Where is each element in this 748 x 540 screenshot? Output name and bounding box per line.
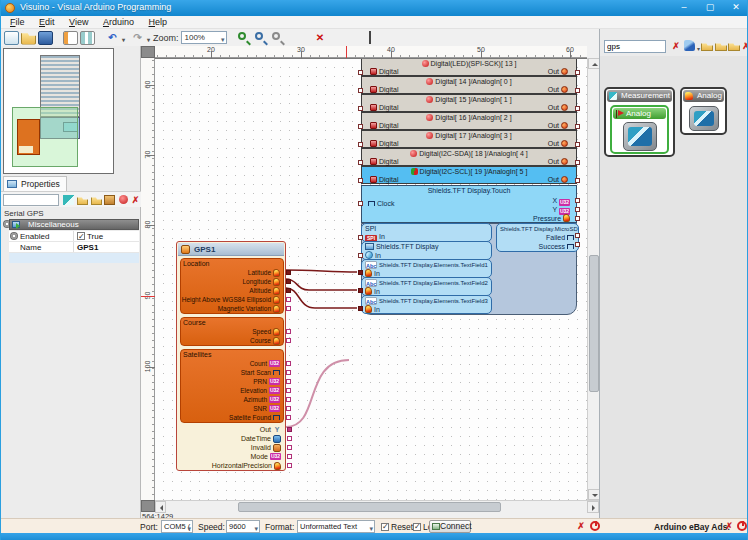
pressure-output-pin[interactable] xyxy=(575,216,580,221)
block-textfield3[interactable]: Abc Shields.TFT Display.Elements.TextFie… xyxy=(361,295,492,314)
output-pin[interactable] xyxy=(575,178,580,183)
input-pin[interactable] xyxy=(358,142,363,147)
collapse-folder-icon[interactable] xyxy=(91,195,102,205)
redo-button[interactable] xyxy=(130,31,145,45)
horizontal-scrollbar[interactable] xyxy=(155,500,599,512)
mode-output-pin[interactable] xyxy=(287,454,292,459)
save-button[interactable] xyxy=(38,31,53,45)
gps-block-header[interactable]: GPS1 xyxy=(178,243,284,256)
component-search-input[interactable] xyxy=(604,40,666,53)
prn-output-pin[interactable] xyxy=(286,379,291,384)
channel-digital-14[interactable]: Digital[ 14 ]/AnalogIn[ 0 ] Digital Out xyxy=(361,76,577,94)
block-textfield2[interactable]: Abc Shields.TFT Display.Elements.TextFie… xyxy=(361,277,492,296)
wire-latitude-textfield1[interactable] xyxy=(286,270,357,272)
speed-select[interactable]: 9600 xyxy=(226,520,260,533)
design-canvas[interactable]: Digital(LED)(SPI-SCK)[ 13 ] Digital Out … xyxy=(155,58,587,500)
output-pin[interactable] xyxy=(575,160,580,165)
property-group-header[interactable]: Miscellaneous xyxy=(9,219,139,230)
output-pin[interactable] xyxy=(575,142,580,147)
close-button[interactable] xyxy=(723,0,748,15)
expand-folder-icon[interactable] xyxy=(77,195,88,205)
minimap[interactable] xyxy=(3,48,114,174)
height-output-pin[interactable] xyxy=(286,297,291,302)
block-tft-touch[interactable]: Shields.TFT Display.Touch Clock X U32 Y … xyxy=(361,185,577,223)
satellite-found-pin[interactable] xyxy=(286,415,291,420)
clock-input-pin[interactable] xyxy=(358,201,363,206)
component-analog-selected[interactable]: Analog xyxy=(610,105,669,154)
speed-output-pin[interactable] xyxy=(286,329,291,334)
horizontal-scroll-thumb[interactable] xyxy=(238,502,501,512)
input-pin[interactable] xyxy=(358,178,363,183)
output-pin[interactable] xyxy=(575,70,580,75)
property-value[interactable]: True xyxy=(73,231,139,241)
reset-checkbox[interactable]: Reset xyxy=(381,522,413,532)
input-pin[interactable] xyxy=(358,88,363,93)
tab-properties[interactable]: Properties xyxy=(3,176,67,191)
zoom-out-button[interactable] xyxy=(254,31,269,45)
menu-edit[interactable]: Edit xyxy=(33,16,61,29)
menu-help[interactable]: Help xyxy=(143,16,174,29)
menu-view[interactable]: View xyxy=(63,16,94,29)
property-value[interactable]: GPS1 xyxy=(73,242,139,252)
block-tft-display-panel[interactable]: SPI SPI In Shields.TFT Display In Abc Sh… xyxy=(361,223,577,315)
scroll-right-button[interactable] xyxy=(587,501,599,513)
port-select[interactable]: COM5 ( xyxy=(161,520,193,533)
help-button[interactable] xyxy=(346,31,361,45)
refresh-button[interactable] xyxy=(296,31,311,45)
channel-digital-13[interactable]: Digital(LED)(SPI-SCK)[ 13 ] Digital Out xyxy=(361,58,577,76)
y-output-pin[interactable] xyxy=(575,207,580,212)
filter-wizard-icon[interactable] xyxy=(684,40,695,51)
channel-digital-19-selected[interactable]: Digital(I2C-SCL)[ 19 ]/AnalogIn[ 5 ] Dig… xyxy=(361,166,577,184)
spi-in-pin[interactable] xyxy=(358,235,363,240)
block-microsd[interactable]: Shields.TFT Display.MicroSD Failed Succe… xyxy=(496,223,579,252)
textfield2-in-pin[interactable] xyxy=(358,288,363,293)
elevation-output-pin[interactable] xyxy=(286,388,291,393)
menu-arduino[interactable]: Arduino xyxy=(97,16,140,29)
output-pin[interactable] xyxy=(575,106,580,111)
wire-gps-out-dragging[interactable] xyxy=(286,360,349,427)
channel-digital-16[interactable]: Digital[ 16 ]/AnalogIn[ 2 ] Digital Out xyxy=(361,112,577,130)
snr-output-pin[interactable] xyxy=(286,406,291,411)
vertical-scrollbar[interactable] xyxy=(587,58,599,500)
new-project-button[interactable] xyxy=(4,31,19,45)
input-pin[interactable] xyxy=(358,70,363,75)
magnetic-variation-output-pin[interactable] xyxy=(286,306,291,311)
maximize-button[interactable] xyxy=(697,0,723,15)
clear-search-icon[interactable] xyxy=(670,40,682,52)
longitude-output-pin[interactable] xyxy=(286,279,291,284)
connect-button[interactable]: Connect xyxy=(429,520,471,533)
clear-icon[interactable] xyxy=(130,195,141,205)
ads-close-icon[interactable] xyxy=(723,521,735,532)
invalid-output-pin[interactable] xyxy=(287,445,292,450)
delete-button[interactable] xyxy=(313,31,328,45)
success-output-pin[interactable] xyxy=(575,242,580,247)
channel-digital-18[interactable]: Digital(I2C-SDA)[ 18 ]/AnalogIn[ 4 ] Dig… xyxy=(361,148,577,166)
folder-view-icon[interactable] xyxy=(728,41,740,51)
zoom-in-button[interactable] xyxy=(237,31,252,45)
menu-file[interactable]: File xyxy=(4,16,31,29)
textfield1-in-pin[interactable] xyxy=(358,270,363,275)
format-select[interactable]: Unformatted Text xyxy=(297,520,375,533)
channel-digital-17[interactable]: Digital[ 17 ]/AnalogIn[ 3 ] Digital Out xyxy=(361,130,577,148)
course-output-pin[interactable] xyxy=(286,338,291,343)
wire-longitude-textfield2[interactable] xyxy=(286,279,357,290)
horizontal-precision-pin[interactable] xyxy=(287,463,292,468)
toggle-panels-button[interactable] xyxy=(63,31,78,45)
display-in-pin[interactable] xyxy=(358,253,363,258)
output-pin[interactable] xyxy=(575,124,580,129)
zoom-select[interactable]: 100% xyxy=(181,31,227,44)
output-pin[interactable] xyxy=(575,88,580,93)
start-scan-pin[interactable] xyxy=(286,370,291,375)
azimuth-output-pin[interactable] xyxy=(286,397,291,402)
category-measurement[interactable]: Measurement Analog xyxy=(604,87,675,157)
sort-icon[interactable] xyxy=(63,195,74,205)
toggle-grid-button[interactable] xyxy=(80,31,95,45)
close-panel-icon[interactable] xyxy=(740,40,748,52)
pin-red-icon[interactable] xyxy=(119,195,128,204)
expand-all-icon[interactable] xyxy=(701,41,713,51)
failed-output-pin[interactable] xyxy=(575,233,580,238)
datetime-output-pin[interactable] xyxy=(287,436,292,441)
zoom-reset-button[interactable] xyxy=(271,31,286,45)
block-tft-display[interactable]: Shields.TFT Display In xyxy=(361,241,492,260)
book-icon[interactable] xyxy=(104,195,115,205)
